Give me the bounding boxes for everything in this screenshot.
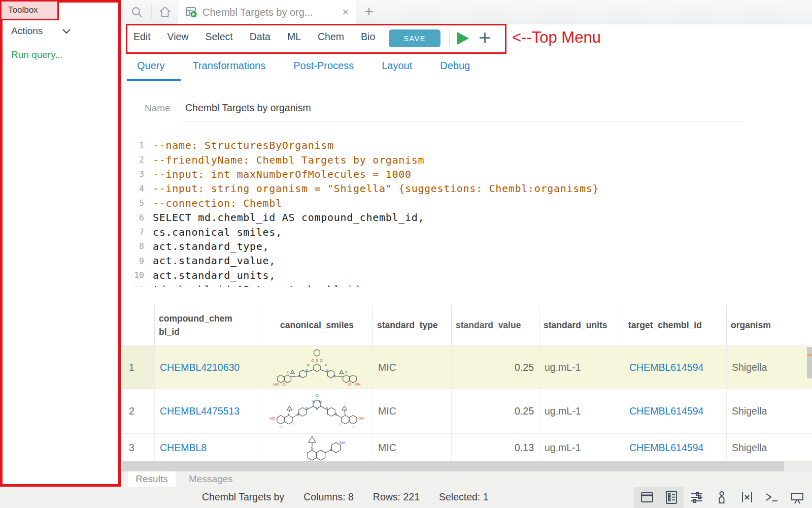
variables-icon[interactable]: [740, 490, 755, 505]
svg-text:N: N: [306, 406, 308, 410]
svg-text:N: N: [298, 374, 301, 378]
code-text: act.standard_value,: [148, 255, 276, 267]
menu-bio[interactable]: Bio: [361, 31, 375, 43]
chevron-down-icon: [62, 28, 71, 35]
molecule-cell: Cl NNN NN NN HO: [261, 389, 373, 433]
save-button[interactable]: SAVE: [389, 29, 441, 47]
console-icon[interactable]: [764, 490, 780, 505]
code-text: --name: StructuresByOrganism: [148, 139, 334, 151]
menu-ml[interactable]: ML: [287, 31, 301, 43]
tab-results[interactable]: Results: [128, 471, 176, 487]
line-number: 6: [122, 213, 148, 223]
settings-sliders-icon[interactable]: [690, 490, 705, 505]
molecule-cell: S O O F F NN NN F: [261, 346, 373, 389]
current-row-scroll-marker: [807, 354, 812, 356]
row-number: 3: [122, 434, 155, 461]
svg-text:N: N: [329, 448, 332, 452]
line-number: 8: [122, 241, 148, 251]
status-summary: Chembl Targets by Columns: 8 Rows: 221 S…: [202, 491, 489, 503]
svg-text:N: N: [319, 399, 322, 403]
table-row[interactable]: 1 CHEMBL4210630 S O O F F NN NN: [122, 345, 812, 389]
line-number: 7: [122, 227, 148, 237]
molecule-structure: N N NH: [274, 434, 360, 461]
svg-text:F: F: [287, 371, 289, 375]
code-text: act.standard_units,: [148, 269, 276, 281]
code-line: 2--friendlyName: Chembl Targets by organ…: [122, 152, 802, 167]
tab-close-icon[interactable]: ×: [342, 6, 349, 19]
compound-link[interactable]: CHEMBL4475513: [160, 405, 240, 417]
run-play-button[interactable]: [456, 31, 470, 46]
help-person-icon[interactable]: [715, 490, 730, 505]
toolbox-annotation-label: Toolbox: [0, 0, 59, 20]
svg-text:HO: HO: [274, 383, 279, 387]
row-number-header: [122, 305, 155, 345]
properties-panel-icon[interactable]: [664, 490, 680, 505]
name-field-input[interactable]: Chembl Targets by organism: [185, 102, 311, 114]
tab-debug[interactable]: Debug: [440, 60, 470, 72]
menu-select[interactable]: Select: [206, 31, 233, 43]
column-header-target[interactable]: target_chembl_id: [624, 305, 727, 345]
standard-units-cell: ug.mL-1: [539, 434, 624, 461]
column-header-smiles[interactable]: canonical_smiles: [261, 305, 373, 345]
svg-text:N: N: [312, 399, 315, 403]
standard-type-cell: MIC: [373, 434, 452, 461]
scrollbar-thumb[interactable]: [122, 461, 784, 471]
tab-layout[interactable]: Layout: [382, 60, 412, 72]
target-link[interactable]: CHEMBL614594: [629, 442, 703, 454]
compound-link[interactable]: CHEMBL4210630: [160, 362, 240, 373]
home-icon[interactable]: [158, 6, 172, 18]
menu-view[interactable]: View: [167, 31, 189, 43]
new-tab-button[interactable]: +: [360, 3, 378, 20]
grid-header-row: compound_chembl_id canonical_smiles stan…: [122, 305, 812, 345]
line-number: 4: [122, 184, 148, 194]
sql-code-editor[interactable]: 1--name: StructuresByOrganism 2--friendl…: [122, 138, 802, 287]
horizontal-scrollbar[interactable]: [122, 461, 812, 471]
organism-cell: Shigella: [727, 389, 812, 433]
svg-text:N: N: [306, 369, 308, 373]
menu-edit[interactable]: Edit: [133, 31, 151, 43]
tab-post-process[interactable]: Post-Process: [293, 60, 354, 72]
table-row[interactable]: 2 CHEMBL4475513 Cl NNN NN NN: [122, 389, 812, 433]
status-bar: Chembl Targets by Columns: 8 Rows: 221 S…: [0, 487, 812, 508]
code-text: --input: string organism = "Shigella" {s…: [148, 182, 599, 195]
line-number: 10: [122, 270, 148, 280]
search-icon[interactable]: [131, 6, 143, 18]
svg-text:HO: HO: [270, 417, 276, 421]
actions-section-header[interactable]: Actions: [11, 25, 71, 37]
table-row[interactable]: 3 CHEMBL8 N N NH MIC 0.13 ug.mL-1 CHEMBL…: [122, 433, 812, 461]
tab-transformations[interactable]: Transformations: [192, 60, 265, 72]
column-header-type[interactable]: standard_type: [373, 305, 452, 345]
line-number: 5: [122, 198, 148, 208]
tab-chembl-targets[interactable]: Chembl Targets by org... ×: [178, 0, 356, 24]
svg-text:OH: OH: [355, 383, 361, 387]
svg-text:O: O: [348, 383, 351, 387]
add-plus-button[interactable]: [478, 30, 492, 45]
tab-query[interactable]: Query: [137, 60, 164, 72]
column-header-compound[interactable]: compound_chembl_id: [155, 305, 261, 345]
code-line: 6SELECT md.chembl_id AS compound_chembl_…: [122, 210, 802, 225]
run-query-link[interactable]: Run query...: [11, 49, 63, 60]
status-rows-count: Rows: 221: [373, 491, 420, 503]
code-line: 3--input: int maxNumberOfMolecules = 100…: [122, 167, 802, 181]
standard-type-cell: MIC: [373, 346, 452, 389]
target-link[interactable]: CHEMBL614594: [629, 405, 703, 417]
column-header-organism[interactable]: organism: [727, 305, 812, 345]
column-header-value[interactable]: standard_value: [452, 305, 539, 345]
code-line: 5--connection: Chembl: [122, 196, 802, 210]
code-text: act.standard_type,: [148, 240, 269, 252]
windows-toggle-icon[interactable]: [640, 490, 655, 505]
code-line: 4--input: string organism = "Shigella" {…: [122, 181, 802, 196]
vertical-scrollbar-thumb[interactable]: [807, 347, 812, 378]
status-columns-count: Columns: 8: [303, 491, 354, 503]
target-link[interactable]: CHEMBL614594: [629, 362, 703, 373]
tab-title: Chembl Targets by org...: [202, 7, 313, 18]
code-line: 1--name: StructuresByOrganism: [122, 138, 802, 152]
menu-chem[interactable]: Chem: [318, 31, 344, 43]
compound-link[interactable]: CHEMBL8: [160, 442, 207, 454]
svg-text:Cl: Cl: [315, 393, 319, 397]
column-header-units[interactable]: standard_units: [539, 305, 624, 345]
menu-data[interactable]: Data: [250, 31, 270, 43]
svg-text:O: O: [352, 425, 355, 429]
presentation-icon[interactable]: [790, 490, 805, 505]
tab-messages[interactable]: Messages: [182, 471, 240, 487]
